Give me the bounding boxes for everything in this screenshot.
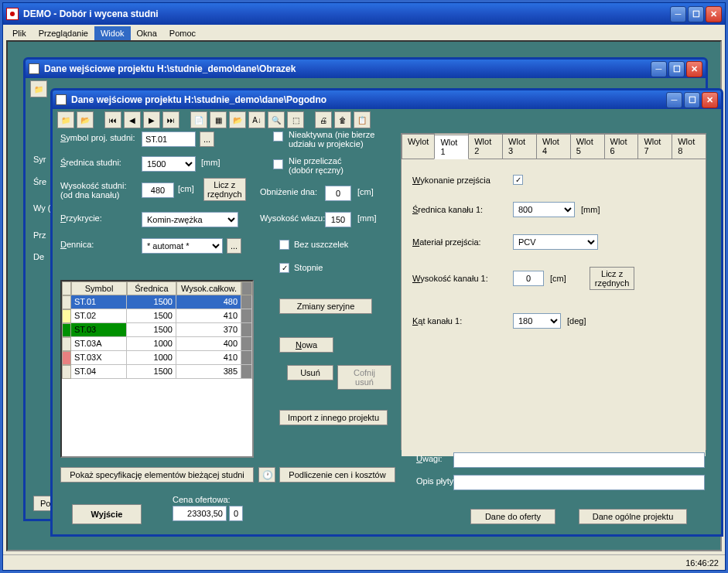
wykonanie-label: Wykonanie przejścia xyxy=(412,176,513,185)
usun-button[interactable]: Usuń xyxy=(287,365,333,380)
wysokosc-kanalu-unit: [cm] xyxy=(550,274,566,283)
material-combo[interactable]: PCV xyxy=(513,234,598,250)
cena-input[interactable] xyxy=(173,506,227,521)
grid-header-symbol[interactable]: Symbol xyxy=(71,281,127,295)
menu-okna[interactable]: Okna xyxy=(131,26,163,40)
back-minimize-button[interactable]: ─ xyxy=(651,61,667,77)
opis-input[interactable] xyxy=(453,475,705,490)
pokaz-specyfikacje-button[interactable]: Pokaż specyfikację elementów bieżącej st… xyxy=(60,467,254,483)
obnizenie-label: Obniżenie dna: xyxy=(260,187,317,196)
data-grid[interactable]: Symbol Średnica Wysok.całkow. ST.0115004… xyxy=(60,280,254,458)
menu-plik[interactable]: Plik xyxy=(6,26,32,40)
front-title: Dane wejściowe projektu H:\studnie_demo\… xyxy=(71,94,666,105)
wykonanie-checkbox[interactable]: ✓ xyxy=(513,175,523,185)
wysokosc-wlazu-input[interactable] xyxy=(325,212,351,227)
stopnie-checkbox[interactable]: ✓ xyxy=(279,263,289,273)
srednica-kanalu-combo[interactable]: 800 xyxy=(513,202,575,217)
dennica-more-button[interactable]: ... xyxy=(227,238,241,254)
statusbar: 16:46:22 xyxy=(3,554,725,570)
toolbar-btn-2[interactable]: 📂 xyxy=(77,111,94,128)
tab-wlot-1[interactable]: Wlot 1 xyxy=(434,135,469,159)
toolbar-sort-icon[interactable]: A↓ xyxy=(248,111,265,128)
toolbar-select-icon[interactable]: ⬚ xyxy=(287,111,304,128)
cena-extra-input[interactable] xyxy=(229,506,243,521)
cofnij-usun-button[interactable]: Cofnij usuń xyxy=(337,365,391,390)
front-minimize-button[interactable]: ─ xyxy=(666,92,682,108)
toolbar-copy-icon[interactable]: 📋 xyxy=(354,111,371,128)
menubar: Plik Przeglądanie Widok Okna Pomoc xyxy=(3,25,725,42)
przykrycie-combo[interactable]: Komin-zwężka xyxy=(142,212,238,227)
minimize-button[interactable]: ─ xyxy=(670,6,686,22)
toolbar-btn-1[interactable]: 📁 xyxy=(57,111,74,128)
wysokosc-unit: [cm] xyxy=(178,184,194,193)
front-close-button[interactable]: ✕ xyxy=(702,92,718,108)
table-row[interactable]: ST.011500480 xyxy=(62,295,252,309)
wyjscie-button[interactable]: Wyjście xyxy=(72,504,142,524)
toolbar-open2-icon[interactable]: 📂 xyxy=(229,111,246,128)
import-button[interactable]: Import z innego projektu xyxy=(279,410,388,425)
tab-wlot-7[interactable]: Wlot 7 xyxy=(637,134,672,159)
back-close-button[interactable]: ✕ xyxy=(686,61,702,77)
menu-widok[interactable]: Widok xyxy=(94,26,131,40)
nieaktywna-checkbox[interactable] xyxy=(273,131,283,142)
toolbar-prev-icon[interactable]: ◀ xyxy=(124,111,141,128)
licz-kanalu-button[interactable]: Licz z rzędnych xyxy=(590,267,635,290)
toolbar-delete-icon[interactable]: 🗑 xyxy=(334,111,351,128)
toolbar-zoom-icon[interactable]: 🔍 xyxy=(268,111,285,128)
dane-do-oferty-button[interactable]: Dane do oferty xyxy=(470,509,555,524)
front-titlebar[interactable]: Dane wejściowe projektu H:\studnie_demo\… xyxy=(53,90,721,109)
bez-uszczelek-checkbox[interactable] xyxy=(279,240,289,250)
nowa-button[interactable]: Nowa xyxy=(279,337,333,353)
nieaktywna-label: Nieaktywna (nie bierze udziału w projekc… xyxy=(289,130,374,148)
dennica-combo[interactable]: * automat * xyxy=(142,238,223,254)
grid-header-wysok[interactable]: Wysok.całkow. xyxy=(176,281,241,295)
maximize-button[interactable]: ☐ xyxy=(688,6,704,22)
tab-wlot-4[interactable]: Wlot 4 xyxy=(536,134,571,159)
srednica-studni-combo[interactable]: 1500 xyxy=(142,156,196,172)
front-maximize-button[interactable]: ☐ xyxy=(684,92,700,108)
podliczenie-button[interactable]: Podliczenie cen i kosztów xyxy=(279,467,395,483)
menu-przegladanie[interactable]: Przeglądanie xyxy=(32,26,94,40)
wysokosc-input[interactable] xyxy=(142,182,174,198)
nieprzeliczac-checkbox[interactable] xyxy=(273,159,283,169)
uwagi-input[interactable] xyxy=(453,452,705,468)
tab-wlot-5[interactable]: Wlot 5 xyxy=(570,134,605,159)
toolbar-last-icon[interactable]: ⏭ xyxy=(162,111,179,128)
symbol-input[interactable] xyxy=(142,131,196,147)
tab-wylot[interactable]: Wylot xyxy=(402,134,435,159)
obnizenie-unit: [cm] xyxy=(357,187,374,196)
toolbar-table-icon[interactable]: ▦ xyxy=(210,111,227,128)
licz-button[interactable]: Licz z rzędnych xyxy=(203,178,246,201)
wysokosc-kanalu-input[interactable] xyxy=(513,271,544,286)
table-row[interactable]: ST.03X1000410 xyxy=(62,351,252,365)
back-titlebar[interactable]: Dane wejściowe projektu H:\studnie_demo\… xyxy=(26,60,706,78)
material-label: Materiał przejścia: xyxy=(412,237,513,247)
table-row[interactable]: ST.021500410 xyxy=(62,309,252,323)
wysokosc-wlazu-label: Wysokość włazu: xyxy=(260,213,325,223)
tab-wlot-8[interactable]: Wlot 8 xyxy=(672,134,706,159)
close-button[interactable]: ✕ xyxy=(706,6,722,22)
tab-wlot-3[interactable]: Wlot 3 xyxy=(502,134,537,159)
back-maximize-button[interactable]: ☐ xyxy=(668,61,685,77)
clock-button[interactable]: 🕐 xyxy=(258,467,275,483)
table-row[interactable]: ST.041500385 xyxy=(62,365,252,379)
table-row[interactable]: ST.031500370 xyxy=(62,323,252,337)
toolbar-next-icon[interactable]: ▶ xyxy=(143,111,160,128)
kat-kanalu-combo[interactable]: 180 xyxy=(513,313,561,329)
toolbar-list-icon[interactable]: 📄 xyxy=(190,111,207,128)
toolbar-print-icon[interactable]: 🖨 xyxy=(315,111,332,128)
srednica-unit: [mm] xyxy=(201,158,220,167)
obnizenie-input[interactable] xyxy=(325,186,351,201)
tab-wlot-6[interactable]: Wlot 6 xyxy=(604,134,639,159)
back-toolbar-btn[interactable]: 📁 xyxy=(30,80,47,97)
dane-ogolne-button[interactable]: Dane ogólne projektu xyxy=(579,509,687,524)
grid-header-srednica[interactable]: Średnica xyxy=(127,281,176,295)
menu-pomoc[interactable]: Pomoc xyxy=(163,26,202,40)
toolbar-first-icon[interactable]: ⏮ xyxy=(104,111,121,128)
srednica-kanalu-label: Średnica kanału 1: xyxy=(412,205,513,214)
zmiany-seryjne-button[interactable]: Zmiany seryjne xyxy=(279,298,372,314)
wysokosc-kanalu-label: Wysokość kanału 1: xyxy=(412,274,513,283)
table-row[interactable]: ST.03A1000400 xyxy=(62,337,252,351)
tab-wlot-2[interactable]: Wlot 2 xyxy=(468,134,503,159)
symbol-more-button[interactable]: ... xyxy=(200,131,214,147)
